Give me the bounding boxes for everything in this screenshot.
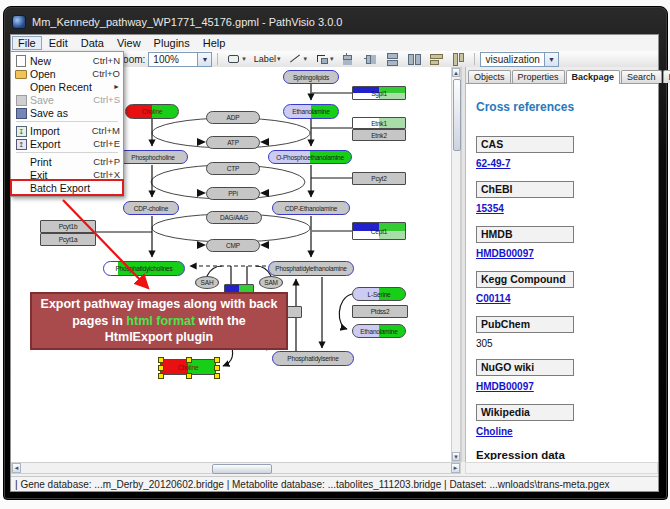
- selection-handle[interactable]: [214, 365, 220, 371]
- tab-backpage[interactable]: Backpage: [566, 70, 621, 84]
- pathway-node-ctp[interactable]: CTP: [206, 162, 260, 175]
- pathway-node-o-phosphoethanolamine[interactable]: O-Phosphoethanolamine: [268, 150, 352, 164]
- pathway-node-pcyt1a[interactable]: Pcyt1a: [40, 233, 96, 246]
- file-menu-item-open-recent[interactable]: Open Recent►: [12, 80, 122, 93]
- selection-handle[interactable]: [186, 357, 192, 363]
- pathway-node-phosphatidylethanolamine[interactable]: Phosphatidylethanolamine: [268, 261, 354, 276]
- align-center-icon: [341, 52, 355, 66]
- pathway-node-cmp[interactable]: CMP: [206, 239, 260, 252]
- visualization-combobox[interactable]: visualization ▼: [480, 52, 558, 67]
- chevron-down-icon[interactable]: ▾: [277, 55, 281, 63]
- file-menu-item-print[interactable]: PrintCtrl+P: [12, 155, 122, 168]
- node-label: CDP-Ethanolamine: [285, 205, 337, 212]
- align-center-tool[interactable]: [338, 51, 358, 67]
- pathway-node-dag[interactable]: DAG/AAG: [206, 211, 262, 224]
- pathway-node-ptdss2[interactable]: Ptdss2: [352, 305, 408, 318]
- pathway-node-sam[interactable]: SAM: [259, 276, 283, 289]
- stack-vertical-tool[interactable]: [382, 51, 402, 67]
- chevron-down-icon[interactable]: ▼: [197, 53, 211, 66]
- file-menu-item-exit[interactable]: ExitCtrl+X: [12, 168, 122, 181]
- pathway-node-phosphatidylcholines[interactable]: Phosphatidylcholines: [103, 261, 185, 276]
- menu-data[interactable]: Data: [75, 36, 110, 50]
- pathway-node-l-serine[interactable]: L-Serine: [352, 287, 406, 301]
- pathway-node-etnk1[interactable]: Etnk1: [352, 117, 406, 129]
- pathway-node-cdp-ethanolamine[interactable]: CDP-Ethanolamine: [272, 201, 350, 215]
- pathway-node-choline-selected[interactable]: Choline: [160, 359, 216, 375]
- xref-link[interactable]: 62-49-7: [476, 158, 510, 169]
- chevron-down-icon[interactable]: ▼: [544, 53, 558, 66]
- scroll-right-button[interactable]: ►: [451, 463, 460, 473]
- tab-objects[interactable]: Objects: [468, 70, 511, 83]
- side-panel-scroll-track[interactable]: [465, 462, 658, 474]
- align-middle-tool[interactable]: [360, 51, 380, 67]
- xref-link[interactable]: C00114: [476, 293, 510, 304]
- pathway-node-phosphatidylserine[interactable]: Phosphatidylserine: [272, 351, 354, 366]
- file-menu-item-open[interactable]: OpenCtrl+O: [12, 67, 122, 80]
- node-label: DAG/AAG: [220, 214, 248, 221]
- tab-search[interactable]: Search: [621, 70, 662, 83]
- canvas-vertical-scrollbar[interactable]: ▲ ▼: [451, 67, 461, 462]
- selection-handle[interactable]: [214, 373, 220, 379]
- menu-edit[interactable]: Edit: [43, 36, 74, 50]
- xref-link[interactable]: Choline: [476, 426, 513, 437]
- stack-horizontal-tool[interactable]: [404, 51, 424, 67]
- menu-view[interactable]: View: [111, 36, 147, 50]
- tab-properties[interactable]: Properties: [512, 70, 565, 83]
- selection-handle[interactable]: [158, 357, 164, 363]
- canvas-horizontal-scrollbar[interactable]: ◄ ►: [11, 462, 461, 474]
- pathway-node-gene-stub[interactable]: [286, 306, 302, 318]
- pathway-node-cept1[interactable]: Cept1: [352, 222, 406, 240]
- chevron-down-icon[interactable]: ▾: [330, 55, 334, 63]
- xref-link[interactable]: HMDB00097: [476, 248, 534, 259]
- selection-handle[interactable]: [158, 373, 164, 379]
- file-menu-item-import[interactable]: ↧ImportCtrl+M: [12, 124, 122, 137]
- line-tool[interactable]: ▾: [285, 51, 310, 67]
- chevron-down-icon[interactable]: ▾: [303, 55, 307, 63]
- connector-tool[interactable]: ▾: [312, 51, 337, 67]
- pathway-node-choline[interactable]: Choline: [125, 104, 179, 119]
- selection-handle[interactable]: [158, 365, 164, 371]
- zoom-combobox[interactable]: 100% ▼: [148, 52, 212, 67]
- pathway-node-phosphocholine[interactable]: Phosphocholine: [118, 150, 188, 164]
- chevron-down-icon[interactable]: ▾: [242, 55, 246, 63]
- scroll-thumb[interactable]: [212, 464, 272, 474]
- tab-legend[interactable]: Legend: [663, 70, 670, 83]
- pathway-node-cdp-choline[interactable]: CDP-choline: [123, 201, 179, 215]
- pathway-node-sphingolipids[interactable]: Sphingolipids: [283, 70, 339, 84]
- menu-plugins[interactable]: Plugins: [148, 36, 196, 50]
- menu-file[interactable]: File: [12, 36, 42, 50]
- pathway-node-ethanolamine-2[interactable]: Ethanolamine: [352, 324, 406, 338]
- label-tool-label: Label: [254, 54, 276, 64]
- menu-help[interactable]: Help: [197, 36, 232, 50]
- backpage-section-chebi: ChEBI15354: [476, 181, 650, 216]
- xref-link[interactable]: 15354: [476, 203, 504, 214]
- pathway-node-adp[interactable]: ADP: [206, 111, 260, 124]
- scroll-up-button[interactable]: ▲: [452, 68, 460, 77]
- scroll-down-button[interactable]: ▼: [452, 452, 460, 461]
- menu-item-shortcut: Ctrl+X: [93, 169, 120, 180]
- pathway-node-sgpl1[interactable]: Sgpl1: [352, 86, 406, 100]
- pathway-node-etnk2[interactable]: Etnk2: [352, 129, 406, 141]
- file-menu-item-new[interactable]: NewCtrl+N: [12, 54, 122, 67]
- scroll-thumb[interactable]: [453, 79, 461, 151]
- xref-link[interactable]: HMDB00097: [476, 381, 534, 392]
- scroll-left-button[interactable]: ◄: [12, 463, 21, 473]
- section-title: Wikipedia: [476, 404, 574, 421]
- new-icon: [14, 55, 27, 66]
- common-width-tool[interactable]: [426, 51, 446, 67]
- pathway-node-ethanolamine[interactable]: Ethanolamine: [283, 104, 339, 119]
- file-menu-item-export[interactable]: ↥ExportCtrl+E: [12, 137, 122, 150]
- pathway-node-ppi[interactable]: PPi: [206, 187, 260, 200]
- pathway-node-atp[interactable]: ATP: [206, 136, 260, 149]
- pathway-node-pcyt2[interactable]: Pcyt2: [352, 172, 406, 185]
- file-menu-item-save-as[interactable]: Save as: [12, 106, 122, 119]
- selection-handle[interactable]: [186, 373, 192, 379]
- export-icon: ↥: [14, 138, 27, 149]
- file-menu-item-batch-export[interactable]: Batch Export: [12, 181, 122, 194]
- label-tool[interactable]: Label▾: [251, 51, 284, 67]
- pathway-node-pcyt1b[interactable]: Pcyt1b: [40, 220, 96, 233]
- pathway-node-sah[interactable]: SAH: [195, 276, 219, 289]
- selection-handle[interactable]: [214, 357, 220, 363]
- common-height-tool[interactable]: [448, 51, 468, 67]
- new-datanode-tool[interactable]: ▾: [224, 51, 249, 67]
